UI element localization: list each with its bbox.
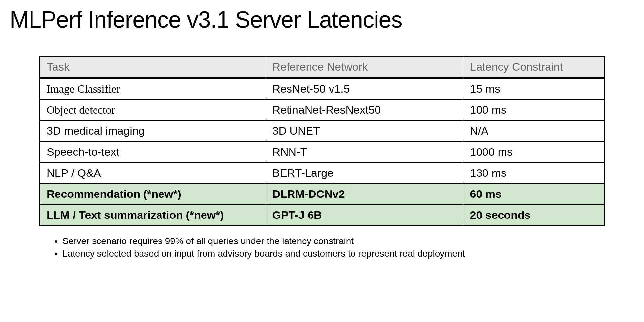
- table-header-row: Task Reference Network Latency Constrain…: [40, 56, 604, 78]
- cell-latency: 20 seconds: [463, 205, 604, 226]
- cell-network: BERT-Large: [266, 163, 463, 184]
- cell-latency: N/A: [463, 121, 604, 142]
- cell-network: 3D UNET: [266, 121, 463, 142]
- table-row: 3D medical imaging3D UNETN/A: [40, 121, 604, 142]
- cell-network: GPT-J 6B: [266, 205, 463, 226]
- cell-latency: 100 ms: [463, 100, 604, 121]
- cell-latency: 15 ms: [463, 78, 604, 100]
- cell-task: Image Classifier: [40, 78, 266, 100]
- cell-network: DLRM-DCNv2: [266, 184, 463, 205]
- note-item: Server scenario requires 99% of all quer…: [62, 236, 634, 246]
- table-row: Object detectorRetinaNet-ResNext50100 ms: [40, 100, 604, 121]
- cell-task: Object detector: [40, 100, 266, 121]
- cell-latency: 60 ms: [463, 184, 604, 205]
- page-title: MLPerf Inference v3.1 Server Latencies: [10, 7, 634, 33]
- cell-latency: 130 ms: [463, 163, 604, 184]
- cell-task: Recommendation (*new*): [40, 184, 266, 205]
- cell-latency: 1000 ms: [463, 142, 604, 163]
- header-task: Task: [40, 56, 266, 78]
- latency-table-container: Task Reference Network Latency Constrain…: [39, 56, 605, 226]
- table-row: Recommendation (*new*)DLRM-DCNv260 ms: [40, 184, 604, 205]
- cell-network: RNN-T: [266, 142, 463, 163]
- cell-task: NLP / Q&A: [40, 163, 266, 184]
- cell-task: LLM / Text summarization (*new*): [40, 205, 266, 226]
- note-item: Latency selected based on input from adv…: [62, 248, 634, 259]
- header-latency: Latency Constraint: [463, 56, 604, 78]
- table-row: LLM / Text summarization (*new*)GPT-J 6B…: [40, 205, 604, 226]
- latency-table: Task Reference Network Latency Constrain…: [39, 56, 605, 226]
- cell-network: ResNet-50 v1.5: [266, 78, 463, 100]
- table-row: Image ClassifierResNet-50 v1.515 ms: [40, 78, 604, 100]
- cell-task: 3D medical imaging: [40, 121, 266, 142]
- header-network: Reference Network: [266, 56, 463, 78]
- cell-task: Speech-to-text: [40, 142, 266, 163]
- table-row: NLP / Q&ABERT-Large130 ms: [40, 163, 604, 184]
- cell-network: RetinaNet-ResNext50: [266, 100, 463, 121]
- notes-list: Server scenario requires 99% of all quer…: [53, 236, 634, 259]
- table-row: Speech-to-textRNN-T1000 ms: [40, 142, 604, 163]
